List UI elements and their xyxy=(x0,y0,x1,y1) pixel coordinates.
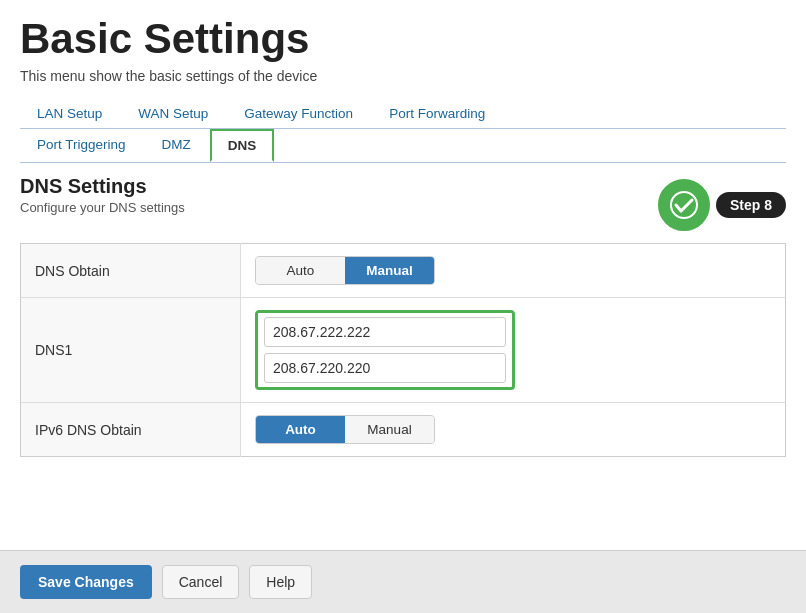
dns1-label: DNS1 xyxy=(21,298,241,403)
step-label: Step 8 xyxy=(716,192,786,218)
dns-obtain-toggle: Auto Manual xyxy=(255,256,435,285)
settings-table: DNS Obtain Auto Manual DNS1 DNS2 IPv6 D xyxy=(20,243,786,457)
dns-obtain-row: DNS Obtain Auto Manual xyxy=(21,244,786,298)
step-badge: Step 8 xyxy=(658,179,786,231)
section-description: Configure your DNS settings xyxy=(20,200,185,215)
dns-obtain-auto-btn[interactable]: Auto xyxy=(256,257,345,284)
dns2-input[interactable] xyxy=(264,353,506,383)
tabs-row1: LAN Setup WAN Setup Gateway Function Por… xyxy=(20,98,786,129)
page-title: Basic Settings xyxy=(20,16,786,62)
footer-bar: Save Changes Cancel Help xyxy=(0,550,806,613)
section-title: DNS Settings xyxy=(20,175,185,198)
tab-gateway-function[interactable]: Gateway Function xyxy=(227,98,370,128)
dns1-row: DNS1 xyxy=(21,298,786,403)
ipv6-dns-auto-btn[interactable]: Auto xyxy=(256,416,345,443)
page-subtitle: This menu show the basic settings of the… xyxy=(20,68,786,84)
ipv6-dns-manual-btn[interactable]: Manual xyxy=(345,416,434,443)
ipv6-dns-obtain-label: IPv6 DNS Obtain xyxy=(21,403,241,457)
tab-wan-setup[interactable]: WAN Setup xyxy=(121,98,225,128)
dns1-input[interactable] xyxy=(264,317,506,347)
tab-dns[interactable]: DNS xyxy=(210,129,275,162)
dns-obtain-label: DNS Obtain xyxy=(21,244,241,298)
help-button[interactable]: Help xyxy=(249,565,312,599)
tabs-row2: Port Triggering DMZ DNS xyxy=(20,129,786,163)
tab-lan-setup[interactable]: LAN Setup xyxy=(20,98,119,128)
tab-port-triggering[interactable]: Port Triggering xyxy=(20,129,143,162)
ipv6-dns-obtain-toggle: Auto Manual xyxy=(255,415,435,444)
cancel-button[interactable]: Cancel xyxy=(162,565,240,599)
ipv6-dns-obtain-row: IPv6 DNS Obtain Auto Manual xyxy=(21,403,786,457)
dns-obtain-manual-btn[interactable]: Manual xyxy=(345,257,434,284)
step-circle-icon xyxy=(658,179,710,231)
tab-port-forwarding[interactable]: Port Forwarding xyxy=(372,98,502,128)
save-changes-button[interactable]: Save Changes xyxy=(20,565,152,599)
tab-dmz[interactable]: DMZ xyxy=(145,129,208,162)
dns-input-group xyxy=(255,310,515,390)
